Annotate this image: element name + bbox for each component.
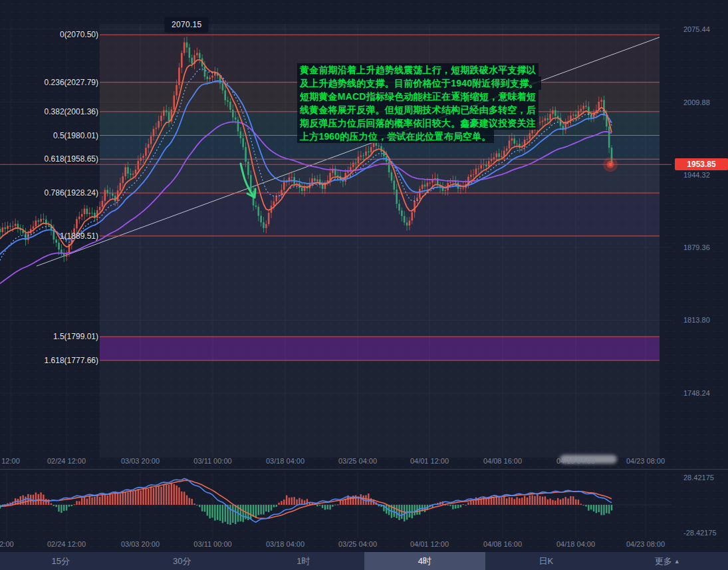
- price-tick-label: 1748.24: [683, 389, 710, 397]
- time-tick-label: 04/08 16:00: [483, 540, 522, 549]
- fib-level-label: 0.382(2001.36): [0, 106, 101, 117]
- time-tick-label: 03/25 04:00: [338, 540, 377, 549]
- annotation-text-line: 短期黄金MACD指标绿色动能柱正在逐渐缩短，意味着短: [297, 90, 539, 103]
- price-tick-label: 1813.80: [683, 316, 710, 324]
- fib-level-label: 0.786(1928.24): [0, 188, 101, 198]
- price-tick-label: 1879.36: [683, 243, 710, 251]
- macd-lower-value: -28.42175: [683, 529, 717, 537]
- chevron-up-icon: ▲: [674, 558, 680, 565]
- current-price-badge: 1953.85: [675, 158, 728, 170]
- tab-more-label: 更多: [655, 556, 672, 566]
- time-tick-label: 03/11 00:00: [193, 540, 231, 549]
- fib-level-label: 0.236(2027.79): [0, 77, 101, 88]
- time-tick-label: 02/24 12:00: [47, 457, 86, 466]
- time-tick-label: 03/03 20:00: [121, 457, 160, 466]
- annotation-text-line: 及上升趋势线的支撑。目前价格位于1940附近得到支撑。: [297, 76, 541, 90]
- time-tick-label: 03/25 04:00: [338, 457, 377, 466]
- fib-level-label: 0(2070.50): [0, 29, 101, 40]
- time-axis[interactable]: 12:0002/24 12:0003/03 20:0003/11 00:0003…: [0, 457, 671, 466]
- time-tick-label: 04/18 04:00: [556, 540, 595, 549]
- price-tick-label: 1944.32: [683, 171, 710, 179]
- time-tick-label: 04/01 12:00: [410, 457, 449, 466]
- time-tick-label: 04/18 04:00: [556, 457, 595, 466]
- tab-more[interactable]: 更多▲: [607, 552, 728, 570]
- macd-panel[interactable]: 28.42175 -28.42175 2:0002/24 12:0003/03 …: [0, 469, 728, 552]
- time-tick-label: 03/18 04:00: [266, 457, 304, 466]
- time-tick-label: 2:00: [0, 540, 14, 549]
- annotation-text-line: 上方1960的压力位，尝试在此位置布局空单。: [297, 130, 494, 143]
- macd-chart[interactable]: [0, 472, 671, 538]
- tab-1hour[interactable]: 1时: [243, 552, 364, 570]
- tab-4hour[interactable]: 4时: [364, 552, 486, 570]
- time-tick-label: 03/18 04:00: [266, 540, 304, 549]
- time-tick-label: 02/24 12:00: [47, 540, 86, 549]
- fib-level-label: 0.5(1980.01): [0, 130, 101, 141]
- macd-upper-value: 28.42175: [683, 474, 714, 482]
- fib-level-label: 1.618(1777.66): [0, 355, 101, 366]
- time-tick-label: 03/03 20:00: [121, 540, 160, 549]
- tab-daily[interactable]: 日K: [485, 552, 607, 570]
- macd-time-axis: 2:0002/24 12:0003/03 20:0003/11 00:0003/…: [0, 540, 671, 549]
- time-tick-label: 12:00: [1, 457, 20, 466]
- annotation-text-line: 线黄金将展开反弹。但短周期技术结构已经由多转空，后: [297, 103, 539, 116]
- peak-price-label: 2070.15: [165, 17, 208, 32]
- time-tick-label: 04/23 08:00: [626, 457, 665, 466]
- main-chart-panel[interactable]: 0(2070.50)0.236(2027.79)0.382(2001.36)0.…: [0, 0, 728, 469]
- trading-chart-app: 0(2070.50)0.236(2027.79)0.382(2001.36)0.…: [0, 0, 728, 570]
- time-tick-label: 04/08 16:00: [483, 457, 522, 466]
- fib-level-label: 0.618(1958.65): [0, 154, 101, 164]
- fib-level-label: 1(1889.51): [0, 231, 101, 241]
- price-tick-label: 2075.44: [683, 25, 710, 33]
- annotation-text-line: 黄金前期沿着上升趋势线震荡上行，短期跌破水平支撑以: [297, 63, 539, 76]
- tab-15min[interactable]: 15分: [0, 552, 122, 570]
- tab-30min[interactable]: 30分: [122, 552, 243, 570]
- time-tick-label: 03/11 00:00: [193, 457, 231, 466]
- time-tick-label: 04/01 12:00: [410, 540, 449, 549]
- timeframe-tabbar: 15分 30分 1时 4时 日K 更多▲: [0, 552, 728, 570]
- price-tick-label: 2009.88: [683, 98, 710, 106]
- time-tick-label: 04/23 08:00: [626, 540, 665, 549]
- fib-level-label: 1.5(1799.01): [0, 331, 101, 342]
- analysis-annotation: 黄金前期沿着上升趋势线震荡上行，短期跌破水平支撑以及上升趋势线的支撑。目前价格位…: [297, 63, 556, 143]
- annotation-text-line: 期反弹压力位后回落的概率依旧较大。鑫豪建议投资关注: [297, 116, 539, 130]
